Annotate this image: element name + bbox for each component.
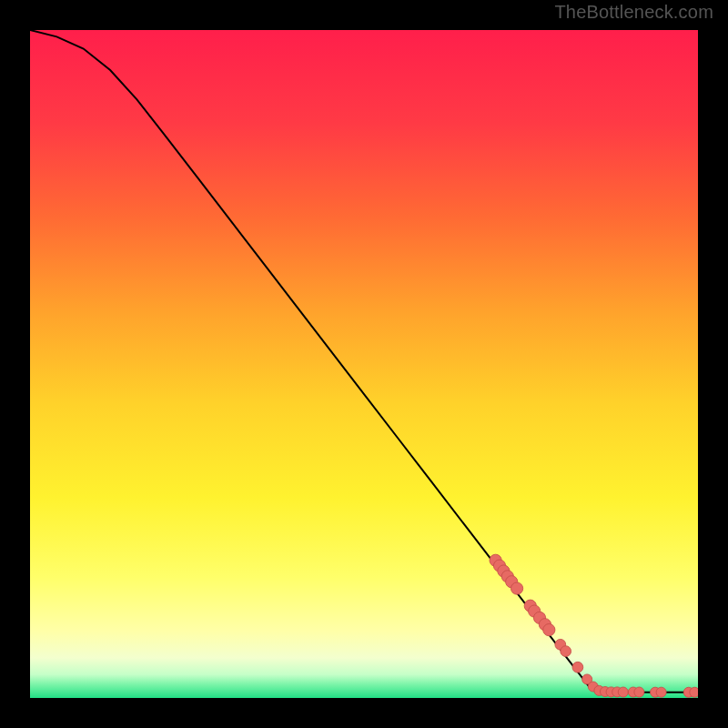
data-point	[618, 687, 628, 697]
data-point	[572, 662, 583, 672]
data-point	[634, 687, 644, 697]
data-point	[690, 687, 698, 697]
data-point	[656, 687, 666, 697]
watermark-text: TheBottleneck.com	[554, 2, 713, 23]
gradient-rect	[30, 30, 698, 698]
data-point	[561, 646, 571, 657]
chart-stage: TheBottleneck.com	[0, 0, 728, 728]
data-point	[543, 624, 555, 636]
plot-svg	[30, 30, 698, 698]
plot-area	[30, 30, 698, 698]
data-point	[511, 582, 522, 594]
